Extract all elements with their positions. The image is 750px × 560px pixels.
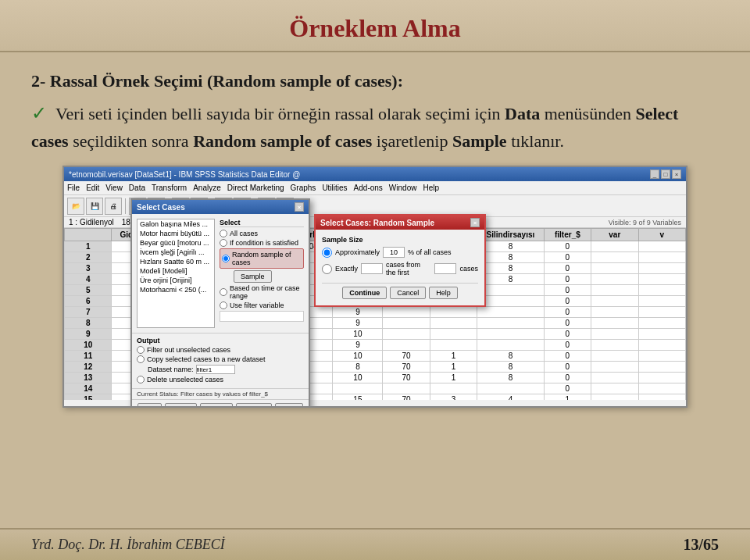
cell[interactable]: 0 <box>544 362 591 373</box>
cell[interactable]: 8 <box>477 263 544 274</box>
var-item-3[interactable]: Beyar gücü [motoru ... <box>138 238 214 248</box>
menu-utilities[interactable]: Utilities <box>322 184 347 192</box>
cancel-button[interactable]: Cancel <box>236 403 272 408</box>
cell[interactable] <box>333 383 383 394</box>
menu-data[interactable]: Data <box>129 184 145 192</box>
var-item-6[interactable]: Modeli [Modeli] <box>138 266 214 276</box>
output-delete[interactable]: Delete unselected cases <box>137 376 304 383</box>
cell[interactable]: 1 <box>430 351 477 362</box>
radio-time-range[interactable] <box>220 288 227 296</box>
cell[interactable] <box>477 329 544 340</box>
cell[interactable]: 0 <box>544 285 591 296</box>
var-item-4[interactable]: İvcem şleği [Agirilı ... <box>138 248 214 257</box>
cell[interactable]: 0 <box>544 241 591 252</box>
cell[interactable] <box>430 307 477 318</box>
radio-random-sample[interactable] <box>222 255 230 262</box>
cell[interactable]: 9 <box>333 307 383 318</box>
radio-output-delete[interactable] <box>137 376 145 383</box>
cell[interactable]: 0 <box>544 373 591 383</box>
cell[interactable]: 70 <box>383 351 430 362</box>
var-item-8[interactable]: Motorhacmi < 250 (... <box>138 285 214 294</box>
cell[interactable]: 4 <box>477 394 544 401</box>
cell[interactable] <box>430 340 477 351</box>
help-button[interactable]: Help <box>275 403 304 408</box>
menu-addons[interactable]: Add-ons <box>354 184 383 192</box>
cell[interactable] <box>477 296 544 307</box>
radio-all-cases[interactable] <box>220 230 227 237</box>
ok-button[interactable]: OK <box>138 403 162 408</box>
cell[interactable] <box>430 318 477 329</box>
cell[interactable]: 0 <box>544 318 591 329</box>
cell[interactable]: 0 <box>544 296 591 307</box>
cell[interactable]: 8 <box>333 362 383 373</box>
maximize-icon[interactable]: □ <box>661 169 670 179</box>
exactly-option[interactable]: Exactly cases from the first cases <box>322 261 478 276</box>
random-sample-close[interactable]: × <box>470 218 480 227</box>
toolbar-print[interactable]: 🖨 <box>105 198 122 215</box>
toolbar-save[interactable]: 💾 <box>86 198 103 215</box>
cell[interactable]: 8 <box>477 241 544 252</box>
cell[interactable]: 70 <box>383 362 430 373</box>
cell[interactable]: 8 <box>477 351 544 362</box>
cell[interactable] <box>477 285 544 296</box>
radio-output-copy[interactable] <box>137 355 145 363</box>
toolbar-open[interactable]: 📂 <box>67 198 84 215</box>
cell[interactable]: 9 <box>333 318 383 329</box>
approximately-input[interactable] <box>383 247 405 258</box>
option-time-range[interactable]: Based on time or case range <box>220 284 304 300</box>
cell[interactable]: 0 <box>544 274 591 285</box>
menu-window[interactable]: Window <box>389 184 417 192</box>
cell[interactable]: 1 <box>544 394 591 401</box>
cell[interactable] <box>477 340 544 351</box>
cell[interactable] <box>383 383 430 394</box>
var-item-7[interactable]: Üre orjini [Orijini] <box>138 276 214 285</box>
continue-button[interactable]: Continue <box>342 287 387 299</box>
random-help-button[interactable]: Help <box>429 287 458 299</box>
option-random-sample[interactable]: Random sample of cases <box>220 248 304 269</box>
paste-button[interactable]: Paste <box>165 403 197 408</box>
cell[interactable]: 0 <box>544 252 591 263</box>
cell[interactable] <box>383 329 430 340</box>
random-cancel-button[interactable]: Cancel <box>390 287 426 299</box>
menu-file[interactable]: File <box>67 184 80 192</box>
exactly-input[interactable] <box>361 263 383 274</box>
menu-direct-marketing[interactable]: Direct Marketing <box>227 184 284 192</box>
menu-transform[interactable]: Transform <box>152 184 187 192</box>
radio-filter-var[interactable] <box>220 301 227 309</box>
cell[interactable] <box>383 340 430 351</box>
exactly-first-input[interactable] <box>434 263 456 274</box>
cell[interactable]: 10 <box>333 329 383 340</box>
menu-analyze[interactable]: Analyze <box>193 184 221 192</box>
menu-help[interactable]: Help <box>423 184 439 192</box>
cell[interactable]: 1 <box>430 362 477 373</box>
menu-edit[interactable]: Edit <box>86 184 99 192</box>
var-item-2[interactable]: Motor hacmi büyütü ... <box>138 229 214 238</box>
filter-var-input[interactable] <box>220 311 304 322</box>
dataset-name-input[interactable] <box>196 365 235 374</box>
radio-approximately[interactable] <box>322 248 332 258</box>
cell[interactable]: 0 <box>544 383 591 394</box>
approximately-option[interactable]: Approximately % of all cases <box>322 247 478 258</box>
option-filter-var[interactable]: Use filter variable <box>220 301 304 309</box>
cell[interactable]: 0 <box>544 263 591 274</box>
radio-if-condition[interactable] <box>220 239 227 247</box>
cell[interactable]: 10 <box>333 351 383 362</box>
output-filter[interactable]: Filter out unselected cases <box>137 346 304 354</box>
option-if-condition[interactable]: If condition is satisfied <box>220 239 304 247</box>
var-item-5[interactable]: Hızlanı Saatte 60 m ... <box>138 257 214 266</box>
var-item-1[interactable]: Galon başına Miles ... <box>138 219 214 229</box>
select-cases-close[interactable]: × <box>295 202 304 212</box>
cell[interactable]: 8 <box>477 373 544 383</box>
cell[interactable]: 0 <box>544 351 591 362</box>
cell[interactable]: 8 <box>477 362 544 373</box>
minimize-icon[interactable]: _ <box>650 169 659 179</box>
cell[interactable] <box>477 307 544 318</box>
cell[interactable]: 9 <box>333 340 383 351</box>
reset-button[interactable]: Reset <box>200 403 233 408</box>
cell[interactable]: 70 <box>383 373 430 383</box>
option-all-cases[interactable]: All cases <box>220 230 304 237</box>
menu-view[interactable]: View <box>105 184 123 192</box>
cell[interactable]: 8 <box>477 252 544 263</box>
cell[interactable]: 10 <box>333 373 383 383</box>
cell[interactable]: 8 <box>477 274 544 285</box>
